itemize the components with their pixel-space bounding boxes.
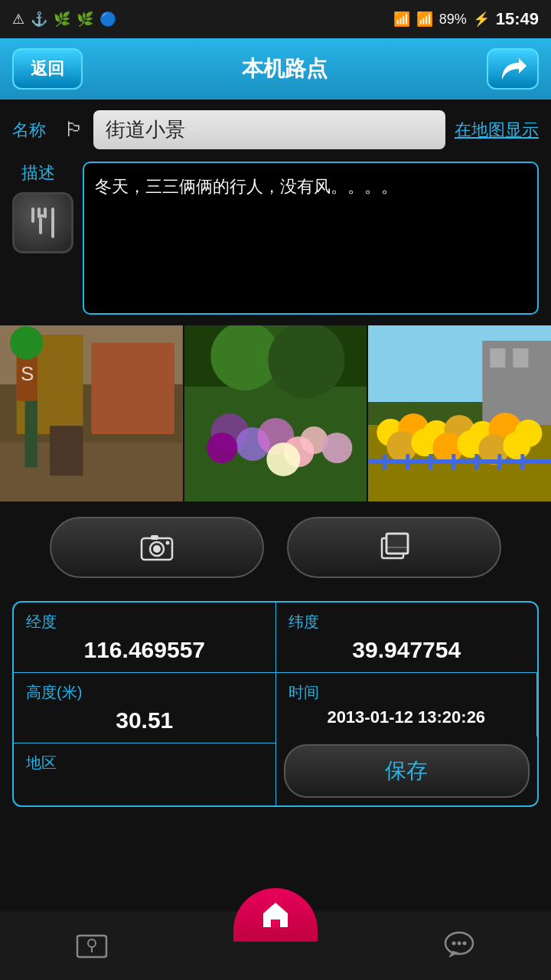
nav-bar: 返回 本机路点 [0, 38, 551, 100]
svg-point-74 [463, 942, 467, 946]
svg-rect-52 [429, 454, 433, 469]
svg-point-73 [458, 942, 461, 946]
save-button[interactable]: 保存 [284, 744, 530, 798]
svg-point-72 [452, 942, 456, 946]
map-link[interactable]: 在地图显示 [455, 119, 539, 142]
region-label: 地区 [26, 753, 263, 773]
svg-point-24 [266, 443, 300, 476]
gallery-button[interactable] [287, 517, 501, 578]
svg-point-13 [10, 326, 43, 359]
camera-row [0, 501, 551, 593]
time-value: 2013-01-12 13:20:26 [289, 707, 525, 727]
home-icon [259, 898, 292, 932]
region-cell: 地区 [14, 743, 276, 787]
svg-point-61 [166, 541, 170, 545]
nav-chat[interactable] [367, 911, 551, 980]
gps-bottom-left: 高度(米) 30.51 地区 [14, 673, 276, 805]
gps-top-row: 经度 116.469557 纬度 39.947754 [14, 603, 537, 672]
signal-icon: 📶 [416, 11, 433, 28]
svg-rect-55 [498, 454, 502, 469]
svg-point-25 [321, 433, 352, 463]
gps-region-row: 地区 [14, 743, 276, 787]
chat-icon [442, 928, 477, 963]
svg-rect-50 [383, 454, 387, 469]
share-button[interactable] [487, 48, 539, 90]
map-icon [74, 928, 109, 963]
gps-altitude-row: 高度(米) 30.51 [14, 673, 276, 743]
app-icon-1: 🌿 [54, 11, 70, 28]
latitude-value: 39.947754 [289, 637, 526, 663]
camera-button[interactable] [50, 517, 264, 578]
svg-rect-14 [50, 426, 83, 475]
name-row: 名称 🏳 在地图显示 [0, 100, 551, 155]
svg-rect-9 [91, 343, 174, 434]
svg-point-67 [88, 939, 96, 947]
longitude-label: 经度 [26, 612, 263, 632]
status-icons: ⚠ ⚓ 🌿 🌿 🔵 [12, 11, 116, 28]
charging-icon: ⚡ [473, 11, 490, 28]
time-label: 时间 [289, 682, 525, 703]
svg-rect-54 [475, 454, 479, 469]
home-bump [233, 888, 318, 942]
svg-rect-56 [521, 454, 525, 469]
latitude-label: 纬度 [289, 612, 526, 632]
photo-strip: S [0, 325, 551, 501]
desc-row: 描述 冬天，三三俩俩的行人，没有风。。。。 [0, 155, 551, 321]
content-area: 名称 🏳 在地图显示 描述 冬天，三三俩俩的行人，没有风。。。。 [0, 100, 551, 807]
svg-rect-33 [491, 348, 506, 368]
photo-item-2[interactable] [184, 325, 367, 501]
svg-rect-34 [514, 348, 529, 368]
altitude-cell: 高度(米) 30.51 [14, 673, 276, 743]
svg-point-48 [504, 432, 531, 459]
name-input[interactable] [93, 110, 445, 149]
altitude-label: 高度(米) [26, 682, 263, 703]
svg-rect-70 [272, 920, 279, 927]
status-bar: ⚠ ⚓ 🌿 🌿 🔵 📶 📶 89% ⚡ 15:49 [0, 0, 551, 38]
gps-bottom-right: 时间 2013-01-12 13:20:26 保存 [276, 673, 538, 805]
flag-icon: 🏳 [64, 118, 84, 142]
battery-text: 89% [439, 11, 467, 28]
svg-rect-63 [386, 534, 408, 554]
longitude-cell: 经度 116.469557 [14, 603, 276, 672]
photo-item-3[interactable] [368, 325, 551, 501]
desc-label: 描述 [21, 162, 64, 185]
page-title: 本机路点 [242, 54, 328, 83]
warning-icon: ⚠ [12, 11, 24, 28]
gps-info-box: 经度 116.469557 纬度 39.947754 高度(米) 30.51 [12, 601, 539, 807]
svg-rect-51 [406, 454, 410, 469]
clock: 15:49 [496, 9, 539, 29]
svg-rect-4 [39, 217, 42, 234]
gps-bottom-section: 高度(米) 30.51 地区 时间 2013-01-12 13:20:26 [14, 673, 537, 805]
svg-text:S: S [21, 362, 34, 385]
name-label: 名称 [12, 119, 55, 142]
camera-icon [140, 531, 174, 564]
back-button[interactable]: 返回 [12, 48, 83, 90]
gallery-icon [377, 531, 411, 564]
desc-textarea[interactable]: 冬天，三三俩俩的行人，没有风。。。。 [83, 162, 539, 315]
svg-rect-0 [31, 207, 34, 223]
photo-item-1[interactable]: S [0, 325, 183, 501]
svg-point-59 [153, 545, 161, 553]
desc-left: 描述 [12, 162, 73, 253]
svg-rect-60 [151, 535, 158, 540]
nav-map[interactable] [0, 911, 184, 980]
app-icon-2: 🌿 [77, 11, 93, 28]
poi-icon[interactable] [12, 192, 73, 253]
time-cell: 时间 2013-01-12 13:20:26 [276, 673, 538, 737]
fork-knife-icon [24, 204, 62, 242]
svg-rect-11 [25, 393, 37, 468]
usb-icon: ⚓ [31, 11, 47, 28]
status-right: 📶 📶 89% ⚡ 15:49 [393, 9, 539, 29]
svg-rect-3 [37, 214, 47, 217]
svg-rect-53 [452, 454, 456, 469]
svg-point-20 [207, 433, 237, 463]
wifi-icon: 📶 [393, 11, 410, 28]
app-icon-3: 🔵 [99, 11, 116, 28]
nav-home[interactable] [184, 911, 367, 980]
longitude-value: 116.469557 [26, 637, 263, 663]
share-icon [499, 55, 527, 83]
altitude-value: 30.51 [26, 707, 263, 733]
svg-rect-5 [51, 207, 54, 238]
bottom-nav [0, 911, 551, 980]
latitude-cell: 纬度 39.947754 [276, 603, 538, 672]
